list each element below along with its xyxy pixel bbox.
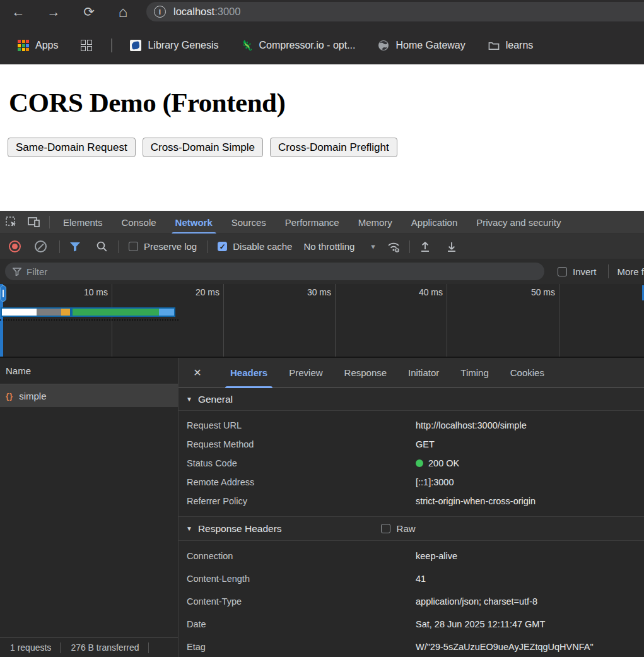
section-title: General [198,394,233,405]
tab-preview[interactable]: Preview [278,358,333,388]
network-overview-timeline[interactable]: 10 ms 20 ms 30 ms 40 ms 50 ms [0,284,644,358]
collapse-triangle-icon: ▼ [186,525,192,532]
invert-label[interactable]: Invert [573,266,597,277]
header-name: Remote Address [179,477,416,487]
tab-network[interactable]: Network [166,211,222,234]
timeline-dotted-line [0,319,179,321]
close-details-icon[interactable]: ✕ [189,358,206,388]
transferred-size: 276 B transferred [61,642,148,653]
waterfall-segment-request-sent [61,309,70,316]
network-conditions-icon[interactable] [383,235,406,258]
header-row: Request URL http://localhost:3000/simple [179,416,644,435]
tab-elements[interactable]: Elements [54,211,112,234]
site-info-icon[interactable]: i [154,6,166,18]
response-headers-section-header[interactable]: ▼ Response Headers Raw [179,517,644,541]
forward-icon[interactable]: → [43,0,64,24]
tab-privacy-security[interactable]: Privacy and security [467,211,570,234]
reload-icon[interactable]: ⟳ [78,0,100,24]
tab-memory[interactable]: Memory [349,211,402,234]
filter-input[interactable] [26,266,518,277]
section-title: Response Headers [198,523,282,535]
checkbox-check-icon: ✓ [220,242,226,251]
reading-grid-icon[interactable] [81,40,92,51]
same-domain-request-button[interactable]: Same-Domain Request [8,138,136,157]
tab-cookies[interactable]: Cookies [500,358,555,388]
general-section-header[interactable]: ▼ General [179,388,644,411]
preserve-log-checkbox[interactable] [129,242,138,251]
timeline-gridline [447,284,447,358]
url-text: localhost:3000 [173,6,240,18]
url-port: :3000 [214,6,240,17]
library-genesis-favicon [130,40,141,51]
address-bar[interactable]: i localhost:3000 [146,2,644,21]
bookmark-compressor[interactable]: 🦎 Compressor.io - opt... [242,40,356,51]
devtools-tabbar: Elements Console Network Sources Perform… [0,211,644,234]
bookmark-label: learns [506,40,534,51]
waterfall-segment-download [159,309,174,316]
tab-sources[interactable]: Sources [222,211,276,234]
header-row: Referrer Policy strict-origin-when-cross… [179,492,644,511]
bookmark-home-gateway[interactable]: Home Gateway [378,40,465,51]
devtools-panel: Elements Console Network Sources Perform… [0,211,644,657]
filter-field[interactable] [5,263,544,280]
device-toolbar-icon[interactable] [23,211,45,234]
inspect-element-icon[interactable] [0,211,23,234]
record-network-log-icon[interactable] [9,240,21,252]
header-value: strict-origin-when-cross-origin [416,496,536,506]
invert-checkbox[interactable] [558,267,567,276]
bookmark-apps[interactable]: Apps [18,40,58,51]
tab-performance[interactable]: Performance [276,211,349,234]
header-value: Sat, 28 Jun 2025 12:11:47 GMT [416,619,545,629]
home-icon[interactable]: ⌂ [112,0,134,24]
more-filters-label[interactable]: More filters [618,266,644,277]
tab-response[interactable]: Response [334,358,398,388]
filter-funnel-small-icon [13,268,21,276]
waterfall-segment-stalled [37,309,61,316]
raw-label[interactable]: Raw [397,523,416,534]
response-header-rows: Connection keep-alive Content-Length 41 … [179,541,644,657]
filter-funnel-icon[interactable] [64,235,86,258]
header-row: Status Code 200 OK [179,454,644,473]
clear-network-log-icon[interactable] [35,240,47,252]
browser-chrome: ← → ⟳ ⌂ i localhost:3000 Apps L [0,0,644,64]
throttling-select[interactable]: No throttling ▾ [303,241,375,252]
raw-toggle: Raw [381,523,416,534]
cross-domain-preflight-button[interactable]: Cross-Domain Preflight [270,138,397,157]
apps-grid-icon [18,40,29,51]
raw-checkbox[interactable] [381,524,390,533]
request-name: simple [19,391,46,401]
timeline-tick: 30 ms [281,287,331,297]
import-har-icon[interactable] [414,235,436,258]
tab-console[interactable]: Console [112,211,166,234]
tab-application[interactable]: Application [402,211,467,234]
bookmark-label: Home Gateway [395,40,465,51]
requests-panel: Name {} simple 1 requests 276 B transfer… [0,358,179,657]
bookmark-label: Apps [35,40,58,51]
tab-initiator[interactable]: Initiator [397,358,450,388]
timeline-left-handle[interactable] [0,285,6,302]
disable-cache-label[interactable]: Disable cache [233,241,292,252]
screen: ← → ⟳ ⌂ i localhost:3000 Apps L [0,0,644,657]
tab-timing[interactable]: Timing [450,358,499,388]
preserve-log-label[interactable]: Preserve log [144,241,197,252]
timeline-tick: 40 ms [392,287,443,297]
request-waterfall-bar[interactable] [1,307,175,317]
back-icon[interactable]: ← [8,0,29,24]
export-har-icon[interactable] [440,235,463,258]
header-value: [::1]:3000 [416,477,454,487]
tab-headers[interactable]: Headers [220,358,278,388]
folder-icon [488,40,500,51]
cross-domain-simple-button[interactable]: Cross-Domain Simple [143,138,263,157]
disable-cache-checkbox[interactable]: ✓ [218,242,227,251]
search-icon[interactable] [90,235,113,258]
toolbar-separator [409,240,410,253]
filter-options: Invert More filters [558,259,644,284]
filter-separator [608,264,609,278]
network-toolbar: Preserve log ✓ Disable cache No throttli… [0,234,644,259]
bookmark-learns-folder[interactable]: learns [488,40,534,51]
request-row-simple[interactable]: {} simple [0,384,178,407]
timeline-tick: 10 ms [57,287,108,297]
header-value: application/json; charset=utf-8 [416,596,537,607]
bookmark-library-genesis[interactable]: Library Genesis [130,40,218,51]
column-header-name[interactable]: Name [0,358,178,384]
